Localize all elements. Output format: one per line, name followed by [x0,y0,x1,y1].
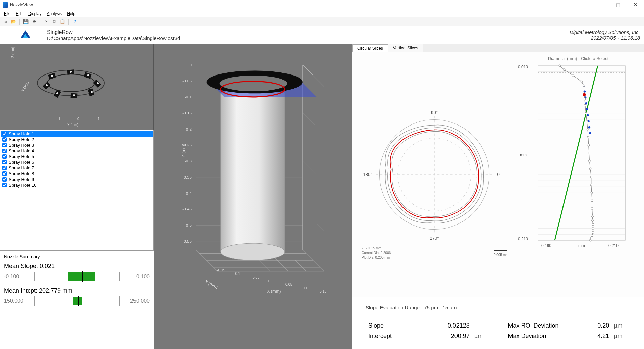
new-icon[interactable]: 🗎 [2,18,9,25]
tab-vertical-slices[interactable]: Vertical Slices [388,44,423,52]
spray-hole-item[interactable]: Spray Hole 5 [1,154,153,159]
summary-heading: Nozzle Summary: [4,254,150,259]
spray-hole-checkbox[interactable] [2,143,7,147]
svg-text:-0.15: -0.15 [217,268,225,272]
right-pane: Circular Slices Vertical Slices [352,44,644,349]
overview-z-label: Z (mm) [11,47,15,58]
svg-point-152 [590,176,592,178]
svg-line-30 [303,113,324,135]
app-title: NozzleView [10,2,33,7]
svg-line-32 [303,129,324,150]
svg-line-46 [303,241,324,263]
save-icon[interactable]: 💾 [22,18,29,25]
overview-x-tick: 0 [77,117,79,121]
svg-point-157 [592,215,594,217]
maximize-button[interactable]: ◻ [612,2,624,8]
svg-point-14 [97,82,99,84]
svg-text:-0.5: -0.5 [185,223,192,227]
svg-point-159 [592,223,594,226]
svg-point-148 [588,144,590,146]
svg-point-12 [70,71,72,73]
svg-point-131 [586,108,588,110]
spray-hole-checkbox[interactable] [2,132,7,136]
selected-point [583,93,586,96]
results-panel: Slope Evaluation Range: -75 µm; -15 µm S… [352,297,644,349]
spray-hole-item[interactable]: Spray Hole 6 [1,159,153,165]
spray-hole-item[interactable]: Spray Hole 3 [1,142,153,148]
paste-icon[interactable]: 📋 [59,18,66,25]
svg-text:0.210: 0.210 [608,243,619,248]
menu-analysis[interactable]: Analysis [44,11,64,17]
spray-hole-item[interactable]: Spray Hole 8 [1,171,153,177]
menu-edit[interactable]: Edit [13,11,25,17]
mean-intercept-gauge: 150.000 250.000 [4,296,150,306]
document-path: D:\CSharpApps\NozzleView\ExampleData\Sin… [47,35,180,41]
menu-help[interactable]: Help [64,11,78,17]
svg-text:-0.210: -0.210 [518,237,528,241]
svg-text:0.05: 0.05 [285,282,292,286]
print-icon[interactable]: 🖶 [31,18,37,25]
mean-intercept-label: Mean Intcpt: 202.779 mm [4,287,150,294]
svg-point-19 [51,75,53,77]
spray-hole-checkbox[interactable] [2,149,7,153]
left-pane: Z (mm) Y (mm) X (mm) -1 0 1 Spray Hole 1… [0,44,154,349]
spray-hole-checkbox[interactable] [2,177,7,182]
spray-hole-item[interactable]: Spray Hole 4 [1,148,153,154]
spray-hole-item[interactable]: Spray Hole 10 [1,182,153,188]
spray-hole-label: Spray Hole 2 [9,137,34,142]
svg-line-42 [303,209,324,231]
svg-text:0: 0 [268,279,270,283]
company-name: Digital Metrology Solutions, Inc. [570,29,640,35]
svg-text:-0.1: -0.1 [234,271,240,276]
spray-hole-label: Spray Hole 10 [9,183,36,188]
svg-point-151 [589,168,591,170]
svg-point-158 [592,219,594,221]
polar-chart[interactable]: 90° 0° 270° 180° Z: -0.025 mm Current Di… [352,52,517,297]
spray-hole-checkbox[interactable] [2,183,7,187]
overview-x-tick: -1 [57,117,60,121]
svg-point-17 [56,92,58,94]
overview-model [34,64,108,101]
menu-display[interactable]: Display [25,11,44,17]
spray-hole-checkbox[interactable] [2,160,7,164]
work-area: Z (mm) Y (mm) X (mm) -1 0 1 Spray Hole 1… [0,44,644,349]
slope-fit-line [555,66,598,240]
svg-text:-0.05: -0.05 [182,79,192,83]
spray-hole-checkbox[interactable] [2,166,7,170]
svg-point-136 [559,65,561,67]
spray-hole-checkbox[interactable] [2,137,7,142]
main-3d-viewport[interactable]: 0-0.05-0.1-0.15-0.2-0.25-0.3-0.35-0.4-0.… [154,44,352,349]
spray-hole-checkbox[interactable] [2,171,7,176]
spray-hole-label: Spray Hole 7 [9,165,34,170]
spray-hole-label: Spray Hole 6 [9,160,34,165]
document-header: SingleRow D:\CSharpApps\NozzleView\Examp… [0,26,644,44]
spray-hole-label: Spray Hole 8 [9,171,34,176]
open-icon[interactable]: 📂 [10,18,17,25]
spray-hole-list[interactable]: Spray Hole 1Spray Hole 2Spray Hole 3Spra… [0,130,154,251]
mean-slope-label: Mean Slope: 0.021 [4,263,150,270]
overview-3d-viewport[interactable]: Z (mm) Y (mm) X (mm) -1 0 1 [0,44,154,130]
spray-hole-checkbox[interactable] [2,154,7,159]
result-maxroi-label: Max ROI Deviation [506,321,582,331]
svg-point-160 [592,228,594,230]
menu-file[interactable]: File [1,11,13,17]
svg-point-145 [586,120,588,122]
copy-icon[interactable]: ⧉ [51,18,58,25]
minimize-button[interactable]: — [594,2,606,8]
close-button[interactable]: ✕ [629,2,641,8]
cut-icon[interactable]: ✂ [43,18,50,25]
spray-hole-item[interactable]: Spray Hole 2 [1,137,153,142]
toolbar-separator [68,19,69,25]
tab-circular-slices[interactable]: Circular Slices [352,44,388,52]
help-icon[interactable]: ? [71,18,78,25]
diameter-chart[interactable]: Diameter (mm) - Click to Select 0.010 -0… [517,52,644,297]
app-icon [3,2,8,8]
svg-line-44 [303,225,324,247]
svg-point-143 [584,104,586,106]
svg-point-149 [588,152,590,154]
spray-hole-item[interactable]: Spray Hole 1 [1,131,153,137]
spray-hole-item[interactable]: Spray Hole 9 [1,177,153,182]
spray-hole-item[interactable]: Spray Hole 7 [1,165,153,171]
svg-point-147 [587,136,589,138]
svg-line-34 [303,145,324,166]
